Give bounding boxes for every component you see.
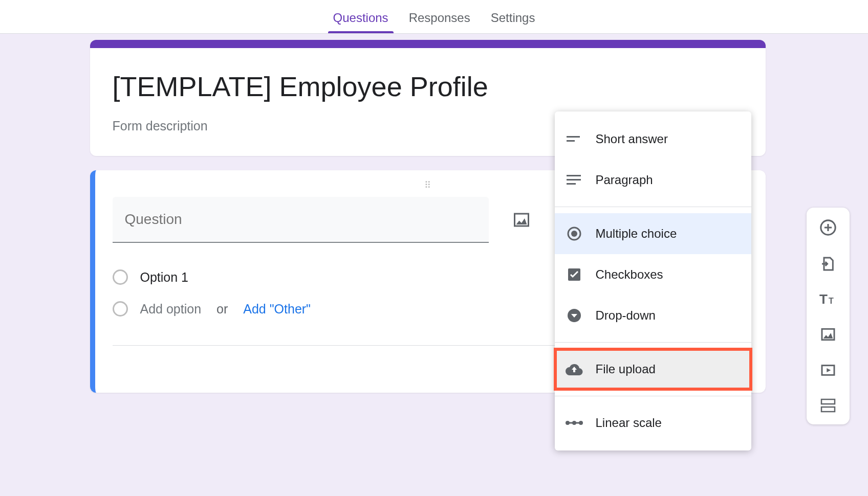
svg-rect-19 <box>821 399 835 404</box>
cloud-upload-icon <box>565 360 583 378</box>
form-container: [TEMPLATE] Employee Profile Form descrip… <box>90 40 766 393</box>
svg-text:T: T <box>829 297 834 305</box>
image-icon <box>512 211 531 229</box>
plus-circle-icon <box>819 219 837 236</box>
menu-item-short-answer[interactable]: Short answer <box>555 119 751 160</box>
video-icon <box>820 362 836 378</box>
option-label[interactable]: Option 1 <box>140 270 189 285</box>
menu-label: File upload <box>596 362 656 376</box>
add-question-button[interactable] <box>816 216 840 239</box>
menu-label: Drop-down <box>596 308 656 323</box>
menu-item-paragraph[interactable]: Paragraph <box>555 160 751 200</box>
title-icon: TT <box>819 291 837 307</box>
menu-item-dropdown[interactable]: Drop-down <box>555 295 751 336</box>
svg-rect-0 <box>567 136 580 138</box>
add-image-button[interactable] <box>817 323 839 346</box>
svg-rect-12 <box>575 422 579 424</box>
menu-label: Short answer <box>596 132 668 146</box>
add-other-button[interactable]: Add "Other" <box>243 302 311 317</box>
image-icon <box>820 326 836 343</box>
radio-icon <box>113 269 128 285</box>
add-option-button[interactable]: Add option <box>140 302 202 317</box>
tab-questions[interactable]: Questions <box>323 3 399 33</box>
menu-label: Linear scale <box>596 416 662 430</box>
add-video-button[interactable] <box>817 359 839 381</box>
tab-settings[interactable]: Settings <box>481 3 546 33</box>
svg-rect-2 <box>567 175 581 176</box>
svg-rect-4 <box>567 183 576 185</box>
menu-item-checkboxes[interactable]: Checkboxes <box>555 254 751 295</box>
checkbox-icon <box>565 265 583 284</box>
linear-scale-icon <box>565 414 583 432</box>
add-section-button[interactable] <box>817 395 839 416</box>
radio-button-icon <box>565 224 583 243</box>
svg-rect-10 <box>569 422 573 424</box>
svg-rect-3 <box>567 179 581 181</box>
menu-label: Checkboxes <box>596 267 663 282</box>
svg-text:T: T <box>819 291 828 307</box>
question-type-dropdown: Short answer Paragraph Multiple choice <box>555 111 751 450</box>
menu-label: Multiple choice <box>596 227 677 241</box>
dropdown-icon <box>565 306 583 325</box>
tab-responses[interactable]: Responses <box>399 3 481 33</box>
menu-item-file-upload[interactable]: File upload <box>555 349 751 390</box>
side-toolbar: TT <box>807 208 850 424</box>
or-text: or <box>216 302 228 317</box>
svg-rect-20 <box>821 407 835 412</box>
svg-point-13 <box>579 421 583 425</box>
top-tab-bar: Questions Responses Settings <box>0 0 868 34</box>
add-title-button[interactable]: TT <box>816 288 840 310</box>
menu-label: Paragraph <box>596 173 653 187</box>
section-icon <box>820 398 836 413</box>
import-questions-button[interactable] <box>817 253 839 275</box>
paragraph-icon <box>565 171 583 189</box>
question-input[interactable] <box>113 197 489 243</box>
svg-point-6 <box>571 231 577 237</box>
menu-item-linear-scale[interactable]: Linear scale <box>555 402 751 443</box>
menu-item-multiple-choice[interactable]: Multiple choice <box>555 213 751 254</box>
form-title[interactable]: [TEMPLATE] Employee Profile <box>113 69 743 104</box>
import-icon <box>820 256 836 272</box>
short-answer-icon <box>565 130 583 148</box>
radio-icon <box>113 301 128 317</box>
svg-rect-1 <box>567 140 575 142</box>
add-image-to-question-button[interactable] <box>509 208 534 232</box>
